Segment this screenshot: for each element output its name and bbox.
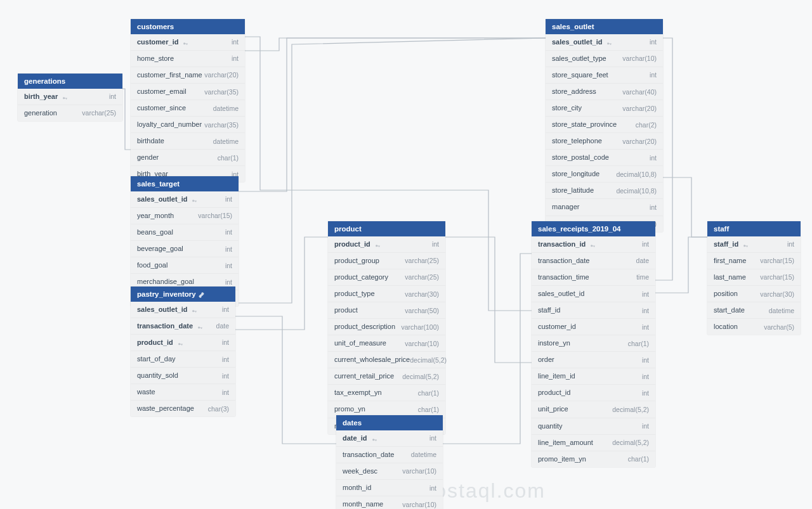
column-row[interactable]: home_storeint (131, 51, 245, 67)
column-row[interactable]: product_idint (131, 335, 235, 351)
column-row[interactable]: last_namevarchar(15) (707, 269, 801, 286)
column-row[interactable]: transaction_idint (532, 236, 655, 253)
column-row[interactable]: beverage_goalint (131, 241, 239, 257)
column-row[interactable]: birth_yearint (18, 89, 122, 105)
column-type: decimal(5,2) (410, 355, 447, 365)
column-row[interactable]: unit_of_measurevarchar(10) (328, 335, 445, 352)
column-row[interactable]: transaction_timetime (532, 269, 655, 286)
column-row[interactable]: first_namevarchar(15) (707, 253, 801, 269)
column-name: birthdate (137, 136, 164, 146)
column-type: varchar(15) (760, 272, 794, 282)
column-row[interactable]: customer_sincedatetime (131, 100, 245, 117)
column-row[interactable]: wasteint (131, 384, 235, 401)
column-row[interactable]: food_goalint (131, 257, 239, 274)
column-row[interactable]: loyalty_card_numbervarchar(35) (131, 117, 245, 133)
table-customers[interactable]: customers customer_idint home_storeint c… (131, 19, 245, 182)
column-row[interactable]: managerint (546, 199, 663, 216)
table-sales-receipts[interactable]: sales_receipts_2019_04 transaction_idint… (532, 221, 655, 467)
column-row[interactable]: customer_first_namevarchar(20) (131, 67, 245, 84)
table-dates[interactable]: dates date_idint transaction_datedatetim… (336, 415, 443, 509)
table-product[interactable]: product product_idint product_groupvarch… (328, 221, 445, 434)
column-type: decimal(10,8) (616, 169, 657, 179)
column-row[interactable]: transaction_datedate (532, 253, 655, 269)
table-header: product (328, 221, 445, 236)
column-row[interactable]: sales_outlet_idint (131, 302, 235, 318)
column-type: time (636, 272, 649, 282)
column-type: varchar(20) (622, 103, 657, 113)
column-row[interactable]: date_idint (336, 430, 443, 447)
column-type: int (429, 433, 436, 443)
column-row[interactable]: store_postal_codeint (546, 150, 663, 166)
column-row[interactable]: current_retail_pricedecimal(5,2) (328, 368, 445, 385)
column-type: int (642, 421, 649, 431)
column-row[interactable]: birthdatedatetime (131, 133, 245, 150)
column-row[interactable]: transaction_datedate (131, 318, 235, 335)
table-staff[interactable]: staff staff_idint first_namevarchar(15) … (707, 221, 801, 335)
column-row[interactable]: product_descriptionvarchar(100) (328, 319, 445, 335)
column-row[interactable]: sales_outlet_idint (532, 286, 655, 302)
column-row[interactable]: quantity_soldint (131, 368, 235, 384)
column-row[interactable]: sales_outlet_idint (546, 34, 663, 51)
column-row[interactable]: staff_idint (707, 236, 801, 253)
column-row[interactable]: beans_goalint (131, 224, 239, 241)
column-row[interactable]: product_groupvarchar(25) (328, 253, 445, 269)
column-type: int (222, 387, 229, 397)
column-name: beans_goal (137, 227, 173, 238)
column-row[interactable]: store_telephonevarchar(20) (546, 133, 663, 150)
column-type: datetime (411, 449, 436, 460)
column-row[interactable]: store_cityvarchar(20) (546, 100, 663, 117)
column-row[interactable]: locationvarchar(5) (707, 319, 801, 335)
column-row[interactable]: store_latitudedecimal(10,8) (546, 183, 663, 199)
column-row[interactable]: product_idint (328, 236, 445, 253)
table-sales-outlet[interactable]: sales_outlet sales_outlet_idint sales_ou… (546, 19, 663, 232)
column-name: beverage_goal (137, 243, 183, 254)
column-row[interactable]: instore_ynchar(1) (532, 335, 655, 352)
column-row[interactable]: sales_outlet_idint (131, 191, 239, 208)
column-row[interactable]: quantityint (532, 418, 655, 435)
column-row[interactable]: product_typevarchar(30) (328, 286, 445, 302)
column-row[interactable]: store_state_provincechar(2) (546, 117, 663, 133)
column-row[interactable]: start_of_dayint (131, 351, 235, 368)
column-row[interactable]: unit_pricedecimal(5,2) (532, 401, 655, 418)
column-type: int (225, 261, 232, 271)
column-row[interactable]: current_wholesale_pricedecimal(5,2) (328, 352, 445, 368)
column-row[interactable]: store_square_feetint (546, 67, 663, 84)
column-name: store_postal_code (552, 152, 609, 163)
column-name: home_store (137, 53, 174, 64)
column-row[interactable]: orderint (532, 352, 655, 368)
column-type: decimal(5,2) (402, 371, 439, 382)
column-row[interactable]: store_addressvarchar(40) (546, 84, 663, 100)
column-row[interactable]: promo_item_ynchar(1) (532, 451, 655, 467)
column-row[interactable]: generationvarchar(25) (18, 105, 122, 121)
column-row[interactable]: product_idint (532, 385, 655, 401)
column-row[interactable]: month_idint (336, 480, 443, 496)
column-row[interactable]: genderchar(1) (131, 150, 245, 166)
column-name: sales_outlet_id (552, 37, 612, 48)
column-row[interactable]: sales_outlet_typevarchar(10) (546, 51, 663, 67)
key-icon (183, 39, 188, 45)
column-row[interactable]: tax_exempt_ynchar(1) (328, 385, 445, 401)
column-row[interactable]: start_datedatetime (707, 302, 801, 319)
column-name: store_telephone (552, 136, 602, 146)
column-row[interactable]: customer_idint (131, 34, 245, 51)
column-row[interactable]: staff_idint (532, 302, 655, 319)
column-row[interactable]: productvarchar(50) (328, 302, 445, 319)
table-header: sales_receipts_2019_04 (532, 221, 655, 236)
column-row[interactable]: line_item_idint (532, 368, 655, 385)
column-row[interactable]: store_longitudedecimal(10,8) (546, 166, 663, 183)
column-row[interactable]: transaction_datedatetime (336, 447, 443, 463)
column-row[interactable]: year_monthvarchar(15) (131, 208, 239, 224)
table-generations[interactable]: generations birth_yearint generationvarc… (18, 74, 122, 121)
column-row[interactable]: waste_percentagechar(3) (131, 401, 235, 416)
column-row[interactable]: week_descvarchar(10) (336, 463, 443, 480)
column-row[interactable]: customer_idint (532, 319, 655, 335)
column-row[interactable]: line_item_amountdecimal(5,2) (532, 435, 655, 451)
column-row[interactable]: positionvarchar(30) (707, 286, 801, 302)
table-pastry-inventory[interactable]: pastry_inventory sales_outlet_idint tran… (131, 287, 235, 416)
column-row[interactable]: month_namevarchar(10) (336, 496, 443, 509)
erd-canvas[interactable]: .cline{stroke:#b5bdc5;stroke-width:1.2;f… (0, 0, 812, 509)
column-type: varchar(30) (405, 289, 439, 299)
column-row[interactable]: customer_emailvarchar(35) (131, 84, 245, 100)
column-name: unit_of_measure (334, 338, 386, 349)
column-row[interactable]: product_categoryvarchar(25) (328, 269, 445, 286)
